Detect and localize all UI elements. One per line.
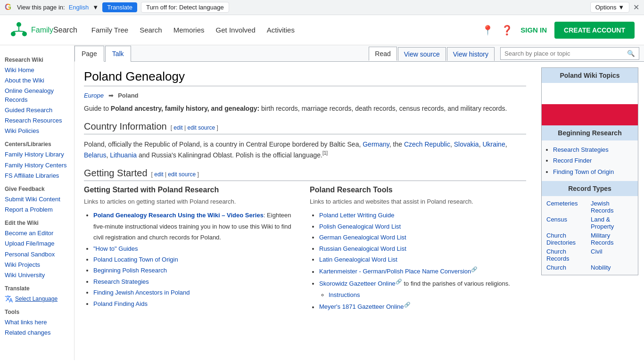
link-church-sidebar[interactable]: Church	[546, 264, 566, 271]
main-nav: Family Tree Search Memories Get Involved…	[91, 26, 295, 34]
link-jewish-records[interactable]: Jewish Records	[591, 200, 613, 214]
list-item: Research Strategies	[553, 144, 633, 155]
list-item: Meyer's 1871 Gazetteer Online🔗	[319, 300, 526, 313]
nav-search[interactable]: Search	[140, 26, 162, 34]
link-research-strategies-sidebar[interactable]: Research Strategies	[553, 146, 609, 153]
link-beginning-polish[interactable]: Beginning Polish Research	[93, 267, 167, 274]
select-language-link[interactable]: Select Language	[15, 296, 58, 302]
turn-off-button[interactable]: Turn off for: Detect language	[141, 2, 229, 13]
action-read[interactable]: Read	[369, 47, 396, 61]
right-col-desc: Links to articles and websites that assi…	[310, 198, 526, 205]
nav-memories[interactable]: Memories	[173, 26, 205, 34]
getting-started-edit-link[interactable]: edit	[154, 171, 163, 178]
link-land-property[interactable]: Land & Property	[591, 216, 614, 230]
link-nobility[interactable]: Nobility	[591, 264, 611, 271]
link-skorowidz[interactable]: Skorowidz Gazetteer Online	[319, 280, 396, 287]
nav-family-tree[interactable]: Family Tree	[91, 26, 128, 34]
list-item: Research Strategies	[93, 276, 300, 287]
tab-talk[interactable]: Talk	[105, 46, 131, 62]
link-census[interactable]: Census	[546, 216, 567, 223]
left-sidebar: Research Wiki Wiki Home About the Wiki O…	[0, 45, 74, 360]
search-wiki-input[interactable]	[501, 48, 623, 59]
link-instructions[interactable]: Instructions	[329, 291, 360, 298]
sidebar-item-guided-research[interactable]: Guided Research	[5, 106, 69, 115]
link-german-word-list[interactable]: German Genealogical Word List	[319, 234, 406, 241]
svg-point-2	[22, 32, 27, 36]
options-button[interactable]: Options ▼	[590, 2, 629, 13]
link-civil[interactable]: Civil	[591, 248, 603, 255]
sidebar-item-upload-file[interactable]: Upload File/Image	[5, 239, 69, 248]
link-meyers-gazetteer[interactable]: Meyer's 1871 Gazetteer Online	[319, 304, 404, 311]
sidebar-item-become-editor[interactable]: Become an Editor	[5, 229, 69, 238]
sidebar-item-research-resources[interactable]: Research Resources	[5, 116, 69, 125]
link-church-directories[interactable]: Church Directories	[546, 232, 576, 246]
translate-button[interactable]: Translate	[102, 2, 137, 12]
link-how-to-guides[interactable]: "How to" Guides	[93, 245, 138, 252]
sidebar-item-family-history-library[interactable]: Family History Library	[5, 150, 69, 159]
lang-dropdown-icon[interactable]: ▼	[92, 4, 99, 11]
create-account-button[interactable]: CREATE ACCOUNT	[554, 22, 635, 39]
language-link[interactable]: English	[69, 4, 89, 11]
link-latin-word-list[interactable]: Latin Genealogical Word List	[319, 256, 397, 263]
close-translate-bar-button[interactable]: ✕	[633, 3, 639, 12]
link-locating-town[interactable]: Poland Locating Town of Origin	[93, 256, 178, 263]
nav-activities[interactable]: Activities	[267, 26, 295, 34]
record-types-title: Record Types	[542, 181, 638, 196]
action-view-source[interactable]: View source	[398, 47, 446, 61]
link-belarus[interactable]: Belarus	[84, 151, 106, 159]
link-research-strategies[interactable]: Research Strategies	[93, 278, 149, 285]
link-record-finder[interactable]: Record Finder	[553, 157, 592, 164]
article-title: Poland Genealogy	[84, 69, 526, 86]
sign-in-link[interactable]: SIGN IN	[520, 26, 547, 34]
link-slovakia[interactable]: Slovakia	[454, 140, 479, 148]
link-church-records[interactable]: Church Records	[546, 248, 569, 262]
sidebar-item-online-records[interactable]: Online Genealogy Records	[5, 87, 69, 104]
link-lithuania[interactable]: Lithuania	[110, 151, 137, 159]
link-czech-republic[interactable]: Czech Republic	[404, 140, 450, 148]
link-russian-word-list[interactable]: Russian Genealogical Word List	[319, 245, 406, 252]
link-kartenmeister[interactable]: Kartenmeister - German/Polish Place Name…	[319, 268, 471, 275]
svg-line-4	[13, 31, 19, 32]
country-edit-link[interactable]: edit	[173, 124, 182, 131]
list-item: Poland Locating Town of Origin	[93, 254, 300, 265]
link-cemeteries[interactable]: Cemeteries	[546, 200, 578, 207]
sidebar-item-report-problem[interactable]: Report a Problem	[5, 206, 69, 214]
link-germany[interactable]: Germany	[363, 140, 389, 148]
sidebar-item-related-changes[interactable]: Related changes	[5, 329, 69, 337]
left-col-list: Poland Genealogy Research Using the Wiki…	[84, 210, 300, 309]
sidebar-item-submit-wiki[interactable]: Submit Wiki Content	[5, 195, 69, 204]
sidebar-item-wiki-university[interactable]: Wiki University	[5, 271, 69, 280]
link-finding-town-origin[interactable]: Finding Town of Origin	[553, 168, 614, 175]
action-view-history[interactable]: View history	[447, 47, 495, 61]
getting-started-title: Getting Started	[84, 168, 148, 179]
link-ukraine[interactable]: Ukraine	[482, 140, 505, 148]
breadcrumb-europe[interactable]: Europe	[84, 92, 104, 99]
svg-point-1	[11, 32, 16, 36]
breadcrumb-arrow: ➡	[108, 92, 114, 99]
sidebar-item-wiki-policies[interactable]: Wiki Policies	[5, 127, 69, 135]
country-edit-source-link[interactable]: edit source	[187, 124, 215, 131]
research-wiki-title: Research Wiki	[5, 57, 69, 63]
getting-started-edit-source-link[interactable]: edit source	[168, 171, 196, 178]
location-icon[interactable]: 📍	[482, 25, 494, 36]
tab-page[interactable]: Page	[74, 46, 104, 62]
link-video-series[interactable]: Poland Genealogy Research Using the Wiki…	[93, 212, 264, 219]
sidebar-item-about-wiki[interactable]: About the Wiki	[5, 76, 69, 85]
sidebar-item-wiki-home[interactable]: Wiki Home	[5, 66, 69, 74]
link-letter-writing[interactable]: Poland Letter Writing Guide	[319, 212, 394, 219]
nav-get-involved[interactable]: Get Involved	[216, 26, 256, 34]
sidebar-item-wiki-projects[interactable]: Wiki Projects	[5, 261, 69, 269]
logo[interactable]: FamilySearch	[9, 21, 77, 40]
link-jewish-ancestors[interactable]: Finding Jewish Ancestors in Poland	[93, 289, 190, 296]
search-wiki-button[interactable]: 🔍	[623, 48, 639, 59]
sidebar-item-what-links-here[interactable]: What links here	[5, 318, 69, 327]
sidebar-item-personal-sandbox[interactable]: Personal Sandbox	[5, 250, 69, 259]
main-header: FamilySearch Family Tree Search Memories…	[0, 15, 644, 45]
sidebar-item-family-history-centers[interactable]: Family History Centers	[5, 161, 69, 170]
sidebar-item-fs-affiliate[interactable]: FS Affiliate Libraries	[5, 172, 69, 180]
link-polish-word-list[interactable]: Polish Genealogical Word List	[319, 223, 401, 230]
link-military-records[interactable]: Military Records	[591, 232, 613, 246]
help-icon[interactable]: ❓	[501, 25, 513, 36]
logo-text: FamilySearch	[31, 26, 77, 34]
link-finding-aids[interactable]: Poland Finding Aids	[93, 300, 148, 307]
